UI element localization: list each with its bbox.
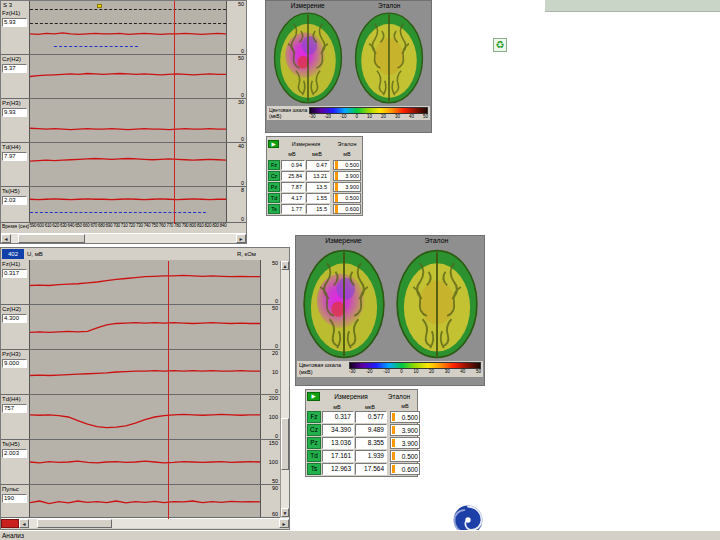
time-tick: 840 — [219, 223, 227, 228]
ref-marker — [392, 465, 395, 473]
channel-label-col: Ts(H5)2.03 — [1, 187, 29, 222]
scroll-thumb[interactable] — [281, 418, 289, 470]
channel-plot — [29, 187, 227, 222]
threshold-line — [54, 46, 138, 47]
unit-spacer — [268, 149, 280, 159]
scroll-thumb[interactable] — [18, 234, 86, 243]
brain-title-ref: Эталон — [349, 2, 431, 11]
amplitude-scale: 500 — [261, 305, 280, 349]
table-header: ▶ИзмеренияЭталон — [307, 391, 416, 402]
horizontal-scrollbar-top[interactable]: ◄► — [1, 233, 246, 243]
recycle-icon[interactable]: ♻ — [493, 38, 507, 52]
color-scale-label: Цветовая шкала (мкВ) — [299, 362, 349, 376]
time-cursor-top[interactable] — [174, 1, 175, 224]
brain-maps-panel-top: Измерение Эталон Цветовая шкала (мкВ) -3… — [265, 0, 432, 133]
eeg-band: Ts(H5)2.00315010050 — [1, 440, 280, 485]
scale-value: 50 — [261, 478, 278, 484]
unit-label: мВ — [333, 149, 361, 159]
brain-maps-panel-bottom: Измерение Эталон Цветовая шкала (мкВ) -3… — [295, 235, 485, 386]
brain-images-row — [267, 11, 430, 105]
vertical-scrollbar[interactable]: ▲▼ — [280, 261, 289, 517]
table-header-ref: Эталон — [333, 141, 361, 147]
channel-label-col: Td(H4)7.97 — [1, 143, 29, 186]
channel-label: Ts(H5) — [2, 441, 29, 448]
time-tick: 790 — [181, 223, 189, 228]
color-scale-tick: 40 — [409, 114, 414, 119]
time-cursor-bottom[interactable] — [168, 261, 169, 519]
scale-value: 60 — [261, 511, 278, 517]
measure-value-mv: 4.17 — [281, 193, 305, 203]
measure-value-uv: 1.939 — [355, 450, 387, 462]
ref-marker — [392, 413, 395, 421]
analysis-button[interactable]: Анализ — [2, 532, 24, 539]
scroll-right-arrow[interactable]: ► — [236, 234, 246, 243]
eeg-band: Пульс1909060 — [1, 485, 280, 518]
channel-value: 2.003 — [2, 449, 27, 458]
unit-label: мкВ — [355, 402, 387, 410]
time-tick: 720 — [128, 223, 136, 228]
brain-title-measure: Измерение — [297, 237, 390, 248]
channel-plot — [29, 99, 227, 142]
scroll-track[interactable] — [29, 519, 279, 528]
amplitude-scale: 500 — [261, 260, 280, 304]
color-scale-wrap: -30-20-1001020304050 — [309, 107, 428, 119]
selected-time-cell[interactable]: 402 — [2, 249, 24, 259]
scroll-down-arrow[interactable]: ▼ — [281, 508, 289, 517]
channel-cell: Cz — [268, 171, 280, 181]
channel-label: Fz(H1) — [2, 10, 29, 17]
channel-label: Cz(H2) — [2, 306, 29, 313]
brain-topview-ref — [351, 11, 427, 105]
scroll-right-arrow[interactable]: ► — [279, 519, 289, 528]
channel-plot — [29, 440, 261, 484]
amplitude-scale: 80 — [227, 187, 246, 222]
eeg-band: Pz(H3)9.00020100 — [1, 350, 280, 395]
time-tick: 690 — [105, 223, 113, 228]
table-play-button[interactable]: ▶ — [307, 392, 320, 401]
impedance-unit-label: R, кОм — [237, 251, 256, 257]
scale-value: 50 — [227, 55, 244, 61]
scroll-left-arrow[interactable]: ◄ — [1, 234, 11, 243]
time-tick: 710 — [120, 223, 128, 228]
scroll-track[interactable] — [281, 270, 289, 508]
scale-value: 50 — [261, 260, 278, 266]
scroll-track[interactable] — [11, 234, 236, 243]
channel-cell: Fz — [268, 160, 280, 170]
ref-marker — [392, 452, 395, 460]
channel-cell: Cz — [307, 424, 321, 436]
channel-label-col: Td(H4)757 — [1, 395, 29, 439]
scroll-thumb[interactable] — [37, 519, 112, 528]
eeg-trace — [30, 187, 226, 222]
header-strip — [545, 0, 720, 12]
color-scale-tick: 10 — [413, 369, 418, 374]
scroll-left-arrow[interactable]: ◄ — [19, 519, 29, 528]
time-tick: 610 — [44, 223, 52, 228]
neurofeedback-app-window: Fz(H1)5.93500Cz(H2)5.37500Pz(H3)9.93300T… — [0, 0, 720, 540]
table-row: Ts1.7715.50.600 — [268, 204, 361, 214]
amplitude-scale: 20100 — [261, 350, 280, 394]
channel-cell: Fz — [307, 411, 321, 423]
channel-value: 9.000 — [2, 359, 27, 368]
eeg-band: Fz(H1)0.317500 — [1, 260, 280, 305]
table-header: ▶ИзмеренияЭталон — [268, 138, 361, 149]
time-tick: 660 — [82, 223, 90, 228]
channel-plot — [29, 1, 227, 54]
horizontal-scrollbar-bottom[interactable]: ◄► — [1, 518, 289, 528]
eeg-band: Cz(H2)4.300500 — [1, 305, 280, 350]
measure-value-mv: 0.94 — [281, 160, 305, 170]
measure-value-uv: 9.489 — [355, 424, 387, 436]
scale-value: 10 — [261, 369, 278, 375]
brain-topview-measure — [300, 248, 388, 360]
scroll-up-arrow[interactable]: ▲ — [281, 261, 289, 270]
ref-marker — [335, 183, 338, 191]
channel-value: 190 — [2, 494, 27, 503]
channel-value: 9.93 — [2, 108, 27, 117]
measure-value-uv: 8.355 — [355, 437, 387, 449]
table-play-button[interactable]: ▶ — [268, 140, 279, 148]
scale-value: 40 — [227, 143, 244, 149]
time-tick: 810 — [196, 223, 204, 228]
channel-cell: Ts — [268, 204, 280, 214]
amplitude-scale: 2001000 — [261, 395, 280, 439]
channel-value: 0.317 — [2, 269, 27, 278]
channel-plot — [29, 260, 261, 304]
time-tick: 620 — [52, 223, 60, 228]
